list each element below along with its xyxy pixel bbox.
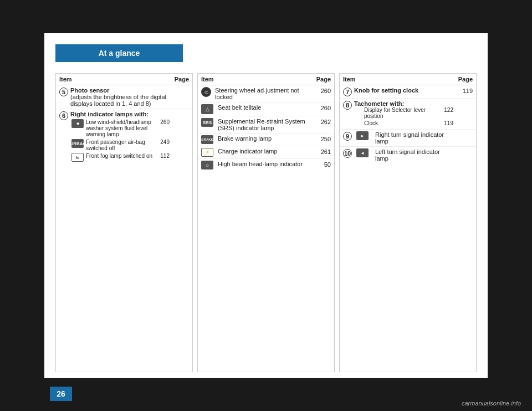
item-cell: ⚡ Charge indicator lamp (201, 148, 311, 157)
item-label: Right indicator lamps with: (70, 111, 170, 117)
indent-page: 122 (438, 107, 453, 119)
item-title: Tachometer with: (354, 100, 404, 107)
item-label: High beam head-lamp indicator (218, 161, 303, 167)
item-number: 6 (59, 111, 68, 120)
table-2: Item Page ◎ Steering wheel ad-justment n… (197, 73, 335, 372)
item-cell: 8 Tachometer with: Display for Selector … (343, 100, 453, 127)
item-cell: 7 Knob for setting clock (343, 87, 453, 96)
item-label: Supplemental Re-straint System (SRS) ind… (218, 118, 311, 131)
table-row: ☼ High beam head-lamp indicator 50 (198, 159, 334, 171)
table-row: 8 Tachometer with: Display for Selector … (340, 99, 476, 130)
charge-icon: ⚡ (201, 148, 213, 157)
icon-symbol: △ (206, 106, 209, 112)
table-row: 9 ► Right turn signal indicator lamp (340, 130, 476, 147)
table-1-col-page: Page (170, 76, 189, 83)
item-label: Right turn signal indicator lamp (375, 131, 453, 145)
sub-row: AIRBAG Front passenger air-bag switched … (70, 139, 170, 151)
table-3-header: Item Page (340, 74, 476, 85)
table-row: △ Seat belt telltale 260 (198, 102, 334, 116)
table-3: Item Page 7 Knob for setting clock 119 8 (339, 73, 477, 372)
icon-label: fo (76, 156, 80, 160)
page-number-text: 26 (57, 389, 65, 398)
page-number: 262 (311, 118, 331, 125)
item-number: 9 (343, 132, 352, 141)
indent-row: Display for Selector lever position 122 (364, 107, 453, 119)
left-signal-icon: ◄ (356, 148, 369, 157)
watermark: carmanualsonline.info (462, 400, 521, 407)
item-cell: BRAKE Brake warning lamp (201, 135, 311, 144)
item-cell: 9 ► Right turn signal indicator lamp (343, 131, 453, 145)
srs-icon: SRS (201, 118, 213, 127)
table-row: SRS Supplemental Re-straint System (SRS)… (198, 116, 334, 133)
highbeam-icon: ☼ (201, 161, 213, 169)
icon-label: ☼ (205, 162, 209, 168)
brake-icon: BRAKE (201, 135, 213, 144)
table-3-col-item: Item (343, 76, 453, 83)
item-label: Knob for setting clock (354, 87, 418, 94)
icon-label: BRAKE (201, 138, 213, 141)
table-2-header: Item Page (198, 74, 334, 85)
item-cell: ☼ High beam head-lamp indicator (201, 161, 311, 169)
table-2-col-item: Item (201, 76, 311, 83)
table-1-col-item: Item (59, 76, 170, 83)
table-1-header: Item Page (56, 74, 192, 85)
airbag-icon: AIRBAG (71, 139, 84, 148)
page-number (170, 87, 189, 88)
tables-container: Item Page 5 Photo sensor (adjusts the br… (55, 73, 477, 372)
fog-icon: fo (71, 153, 84, 162)
item-label: Seat belt telltale (218, 104, 261, 111)
item-description: (adjusts the brightness of the digital d… (70, 94, 170, 107)
page-number: 50 (311, 161, 331, 168)
item-label: Left turn signal indicator lamp (375, 148, 453, 162)
page-number: 260 (311, 104, 331, 111)
table-2-col-page: Page (311, 76, 331, 83)
item-cell: △ Seat belt telltale (201, 104, 311, 114)
table-row: 6 Right indicator lamps with: ◆ Low wind… (56, 109, 192, 165)
table-3-col-page: Page (453, 76, 473, 83)
indent-row: Clock 119 (364, 120, 453, 126)
sub-rows: ◆ Low wind-shield/headlamp washer system… (70, 119, 170, 162)
item-number: 7 (343, 88, 352, 96)
item-title: Right indicator lamps with: (70, 111, 149, 117)
sub-row-text: Low wind-shield/headlamp washer system f… (86, 119, 154, 137)
page-number (453, 148, 473, 149)
item-cell: 6 Right indicator lamps with: ◆ Low wind… (59, 111, 170, 163)
page-number (453, 131, 473, 132)
icon-label: SRS (203, 120, 212, 125)
item-title: Photo sensor (70, 87, 109, 94)
table-row: ◎ Steering wheel ad-justment not locked … (198, 85, 334, 102)
sub-row-page: 260 (154, 119, 170, 125)
watermark-text: carmanualsonline.info (462, 400, 521, 407)
table-row: 5 Photo sensor (adjusts the brightness o… (56, 85, 192, 109)
item-content: Knob for setting clock (354, 87, 418, 94)
page-number: 119 (453, 87, 473, 94)
indent-page: 119 (438, 120, 453, 126)
item-label: Steering wheel ad-justment not locked (215, 87, 311, 100)
icon-symbol: ◄ (360, 151, 365, 156)
item-cell: SRS Supplemental Re-straint System (SRS)… (201, 118, 311, 131)
page-number: 261 (311, 148, 331, 155)
section-header: At a glance (55, 44, 183, 62)
icon-symbol: ◎ (204, 90, 208, 95)
icon-label: AIRBAG (69, 141, 86, 146)
sub-row-text: Front fog lamp switched on (86, 153, 154, 159)
header-title: At a glance (99, 49, 140, 58)
icon-symbol: ► (360, 133, 365, 138)
seatbelt-icon: △ (201, 104, 213, 114)
icon-label: ⚡ (205, 150, 210, 155)
steering-icon: ◎ (201, 87, 211, 97)
sub-items: Display for Selector lever position 122 … (354, 107, 453, 126)
item-label: Photo sensor (70, 87, 170, 94)
table-row: 10 ◄ Left turn signal indicator lamp (340, 147, 476, 163)
indent-label: Display for Selector lever position (364, 107, 438, 119)
content-area: At a glance Item Page 5 Photo sensor (ad… (44, 33, 488, 378)
item-number: 5 (59, 88, 68, 96)
right-signal-icon: ► (356, 131, 369, 140)
item-content: Right indicator lamps with: ◆ Low wind-s… (70, 111, 170, 163)
table-1: Item Page 5 Photo sensor (adjusts the br… (55, 73, 193, 372)
item-cell: ◎ Steering wheel ad-justment not locked (201, 87, 311, 100)
indent-label: Clock (364, 120, 438, 126)
item-label: Charge indicator lamp (218, 148, 278, 155)
icon-label: ◆ (76, 121, 79, 126)
sub-row-text: Front passenger air-bag switched off (86, 139, 154, 151)
